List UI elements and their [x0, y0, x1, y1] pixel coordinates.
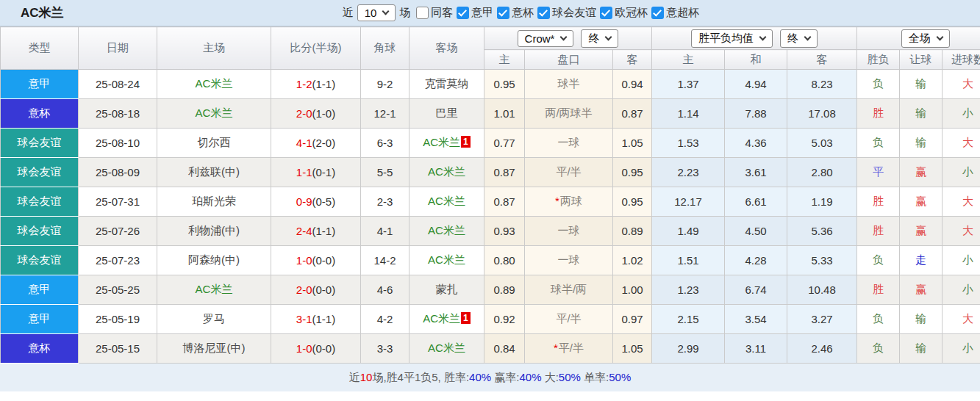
corner-score: 4-6	[361, 275, 409, 305]
col-handicap: 让球	[900, 50, 943, 70]
league-filters: 同客意甲意杯球会友谊欧冠杯意超杯	[414, 6, 699, 20]
table-row: 球会友谊 25-07-23 阿森纳(中) 1-0(0-0) 14-2 AC米兰 …	[1, 246, 980, 275]
team-name[interactable]: AC米兰	[196, 283, 233, 295]
table-row: 意甲 25-05-19 罗马 3-1(1-1) 4-2 AC米兰1 0.92 平…	[1, 305, 980, 334]
home-team[interactable]: AC米兰	[157, 99, 271, 129]
league-badge: 意杯	[1, 99, 79, 129]
col-goals: 进球数	[943, 50, 980, 70]
result-handicap: 输	[900, 305, 943, 334]
ah-home-odds: 0.87	[484, 187, 525, 217]
chevron-down-icon	[605, 33, 612, 40]
home-team[interactable]: 利兹联(中)	[157, 158, 271, 187]
home-team[interactable]: AC米兰	[157, 70, 271, 99]
checkbox-checked-icon[interactable]	[537, 7, 550, 19]
team-name[interactable]: AC米兰	[196, 106, 233, 119]
team-name[interactable]: AC米兰	[428, 224, 465, 236]
home-team[interactable]: 罗马	[157, 305, 271, 334]
home-team[interactable]: AC米兰	[157, 275, 271, 305]
league-badge: 球会友谊	[1, 187, 79, 217]
team-name[interactable]: 珀斯光荣	[192, 195, 236, 207]
away-team[interactable]: 蒙扎	[409, 275, 484, 305]
europe-odds-select[interactable]: 胜平负均值	[691, 29, 773, 48]
odds-home-win: 2.23	[652, 158, 725, 187]
filter-意甲[interactable]: 意甲	[457, 6, 493, 20]
odds-home-win: 1.37	[652, 70, 725, 99]
result-handicap: 输	[900, 70, 943, 99]
team-name[interactable]: 博洛尼亚(中)	[183, 342, 246, 354]
home-team[interactable]: 珀斯光荣	[157, 187, 271, 217]
ah-away-odds: 0.95	[613, 158, 652, 187]
away-team[interactable]: 巴里	[409, 99, 484, 129]
result-goals: 小	[943, 334, 980, 364]
home-team[interactable]: 阿森纳(中)	[157, 246, 271, 275]
team-name[interactable]: AC米兰	[196, 77, 233, 90]
match-date: 25-08-10	[79, 129, 157, 158]
ah-handicap-line: 平/半	[525, 305, 613, 334]
checkbox-checked-icon[interactable]	[600, 7, 612, 19]
summary-footer: 近10场,胜4平1负5, 胜率:40% 赢率:40% 大:50% 单率:50%	[0, 364, 980, 391]
odds-home-win: 1.23	[652, 275, 725, 305]
ah-away-odds: 0.89	[613, 217, 652, 246]
line-changed-star: *	[555, 195, 559, 207]
match-score: 2-0(0-0)	[271, 275, 361, 305]
away-team[interactable]: AC米兰1	[409, 129, 484, 158]
team-name[interactable]: 阿森纳(中)	[188, 253, 240, 266]
team-name[interactable]: 巴里	[436, 106, 458, 119]
red-card-count-badge: 1	[461, 312, 471, 324]
odds-draw: 4.36	[725, 129, 787, 158]
europe-odds-stage-select[interactable]: 终	[780, 29, 818, 48]
ah-handicap-line: 平/半	[525, 158, 613, 187]
home-team[interactable]: 博洛尼亚(中)	[157, 334, 271, 364]
checkbox-unchecked-icon[interactable]	[416, 7, 429, 19]
team-name[interactable]: AC米兰	[428, 253, 465, 266]
corner-score: 12-1	[361, 99, 409, 129]
match-score: 0-9(0-5)	[271, 187, 361, 217]
odds-draw: 3.54	[725, 305, 787, 334]
team-name[interactable]: AC米兰	[423, 136, 460, 148]
checkbox-checked-icon[interactable]	[497, 7, 509, 19]
team-title: AC米兰	[21, 4, 64, 21]
col-eu-draw: 和	[725, 50, 787, 70]
team-name[interactable]: AC米兰	[428, 195, 465, 207]
result-goals: 小	[943, 275, 980, 305]
result-handicap: 输	[900, 129, 943, 158]
team-name[interactable]: 罗马	[203, 312, 225, 325]
filter-意杯[interactable]: 意杯	[497, 6, 534, 20]
away-team[interactable]: AC米兰	[409, 334, 484, 364]
away-team[interactable]: AC米兰	[409, 217, 484, 246]
league-badge: 意杯	[1, 334, 79, 364]
chevron-down-icon	[759, 33, 767, 40]
checkbox-checked-icon[interactable]	[651, 7, 664, 19]
filter-意超杯[interactable]: 意超杯	[651, 6, 699, 20]
recent-count-select[interactable]: 10	[357, 4, 396, 21]
team-name[interactable]: 利兹联(中)	[188, 165, 240, 178]
scope-select[interactable]: 全场	[901, 29, 950, 48]
filter-球会友谊[interactable]: 球会友谊	[537, 6, 596, 20]
away-team[interactable]: AC米兰	[409, 246, 484, 275]
odds-home-win: 2.15	[652, 305, 725, 334]
home-team[interactable]: 利物浦(中)	[157, 217, 271, 246]
filter-欧冠杯[interactable]: 欧冠杯	[600, 6, 648, 20]
match-date: 25-07-23	[79, 246, 157, 275]
result-win-lose: 胜	[857, 217, 900, 246]
away-team[interactable]: AC米兰	[409, 187, 484, 217]
team-name[interactable]: AC米兰	[428, 165, 465, 178]
home-team[interactable]: 切尔西	[157, 129, 271, 158]
team-name[interactable]: 蒙扎	[436, 283, 458, 295]
asian-odds-stage-select[interactable]: 终	[581, 29, 618, 48]
away-team[interactable]: AC米兰1	[409, 305, 484, 334]
table-row: 球会友谊 25-08-10 切尔西 4-1(2-0) 6-3 AC米兰1 0.7…	[1, 129, 980, 158]
team-name[interactable]: 利物浦(中)	[188, 224, 240, 236]
away-team[interactable]: AC米兰	[409, 158, 484, 187]
away-team[interactable]: 克雷莫纳	[409, 70, 484, 99]
checkbox-checked-icon[interactable]	[457, 7, 469, 19]
filter-同客[interactable]: 同客	[416, 6, 453, 20]
filter-label: 意甲	[471, 6, 493, 20]
team-name[interactable]: AC米兰	[423, 312, 460, 325]
team-name[interactable]: 切尔西	[198, 136, 231, 148]
team-name[interactable]: 克雷莫纳	[425, 77, 469, 90]
result-win-lose: 负	[857, 305, 900, 334]
team-name[interactable]: AC米兰	[428, 342, 465, 354]
odds-company-select[interactable]: Crow*	[518, 30, 574, 47]
league-badge: 意甲	[1, 275, 79, 305]
